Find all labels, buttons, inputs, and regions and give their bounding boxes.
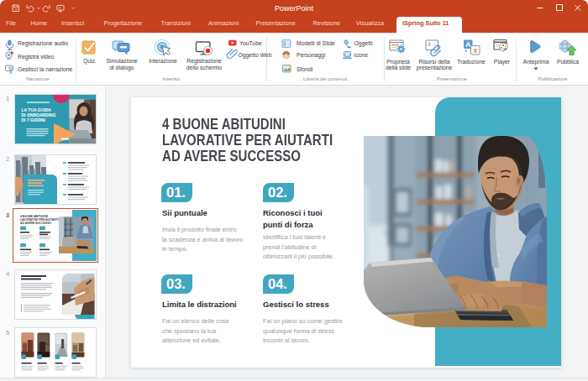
svg-text:x: x <box>473 46 477 55</box>
svg-text:PowerPoint: PowerPoint <box>275 4 314 13</box>
svg-text:A: A <box>465 40 471 49</box>
svg-text:AD AVERE SUCCESSO: AD AVERE SUCCESSO <box>20 222 51 225</box>
svg-text:DI 7 GIORNI: DI 7 GIORNI <box>22 117 46 123</box>
